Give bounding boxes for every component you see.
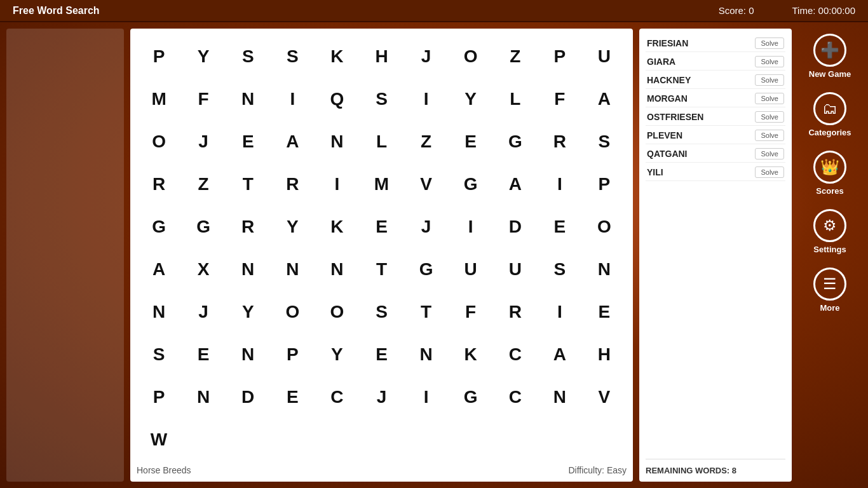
grid-cell[interactable]: E — [359, 334, 403, 376]
grid-cell[interactable]: N — [538, 376, 582, 419]
grid-cell[interactable]: Q — [315, 78, 359, 120]
grid-cell[interactable]: L — [359, 120, 403, 163]
grid-cell[interactable]: J — [181, 120, 226, 163]
new-game-button[interactable]: ➕New Game — [801, 29, 858, 84]
grid-cell[interactable]: O — [582, 205, 627, 248]
solve-button[interactable]: Solve — [755, 111, 784, 123]
grid-cell[interactable]: O — [315, 291, 359, 334]
grid-cell[interactable]: F — [449, 291, 493, 334]
grid-cell[interactable]: N — [181, 376, 226, 419]
grid-cell[interactable]: R — [493, 291, 538, 334]
grid-cell[interactable]: U — [493, 248, 538, 290]
grid-cell[interactable]: I — [270, 78, 315, 120]
grid-cell[interactable]: T — [226, 163, 270, 205]
grid-cell[interactable]: U — [449, 248, 493, 290]
grid-cell[interactable]: N — [226, 78, 270, 120]
grid-cell[interactable]: F — [181, 78, 226, 120]
grid-cell[interactable]: V — [582, 376, 627, 419]
grid-cell[interactable]: J — [404, 35, 449, 78]
solve-button[interactable]: Solve — [755, 74, 784, 86]
grid-cell[interactable]: S — [359, 291, 403, 334]
grid-cell[interactable]: M — [359, 163, 403, 205]
grid-cell[interactable]: C — [493, 376, 538, 419]
grid-cell[interactable]: C — [493, 334, 538, 376]
grid-cell[interactable]: E — [226, 120, 270, 163]
grid-cell[interactable]: G — [181, 205, 226, 248]
grid-cell[interactable]: K — [315, 35, 359, 78]
grid-cell[interactable]: N — [404, 334, 449, 376]
grid-cell[interactable]: J — [181, 291, 226, 334]
grid-cell[interactable]: Z — [404, 120, 449, 163]
grid-cell[interactable]: A — [538, 334, 582, 376]
grid-cell[interactable]: H — [582, 334, 627, 376]
grid-cell[interactable]: E — [359, 205, 403, 248]
grid-cell[interactable]: N — [137, 291, 181, 334]
grid-cell[interactable]: P — [137, 35, 181, 78]
grid-cell[interactable]: G — [493, 120, 538, 163]
grid-cell[interactable]: D — [226, 376, 270, 419]
grid-cell[interactable]: V — [404, 163, 449, 205]
grid-cell[interactable]: N — [582, 248, 627, 290]
solve-button[interactable]: Solve — [755, 130, 784, 141]
grid-cell[interactable]: A — [493, 163, 538, 205]
grid-cell[interactable]: Y — [315, 334, 359, 376]
grid-cell[interactable]: Y — [226, 291, 270, 334]
grid-cell[interactable]: I — [404, 376, 449, 419]
grid-cell[interactable]: N — [226, 248, 270, 290]
grid-cell[interactable]: Y — [449, 78, 493, 120]
grid-cell[interactable]: O — [137, 120, 181, 163]
grid-cell[interactable]: I — [538, 291, 582, 334]
grid-cell[interactable]: H — [359, 35, 403, 78]
grid-cell[interactable]: U — [582, 35, 627, 78]
grid-cell[interactable]: S — [226, 35, 270, 78]
grid-cell[interactable]: A — [137, 248, 181, 290]
categories-button[interactable]: 🗂Categories — [801, 87, 858, 142]
grid-cell[interactable]: I — [404, 78, 449, 120]
grid-cell[interactable]: F — [538, 78, 582, 120]
grid-cell[interactable]: S — [270, 35, 315, 78]
grid-cell[interactable]: D — [493, 205, 538, 248]
grid-cell[interactable]: I — [315, 163, 359, 205]
grid-cell[interactable]: M — [137, 78, 181, 120]
grid-cell[interactable]: G — [404, 248, 449, 290]
grid-cell[interactable]: P — [137, 376, 181, 419]
grid-cell[interactable]: E — [270, 376, 315, 419]
grid-cell[interactable]: K — [315, 205, 359, 248]
grid-cell[interactable]: S — [137, 334, 181, 376]
grid-cell[interactable]: A — [270, 120, 315, 163]
grid-cell[interactable]: N — [315, 120, 359, 163]
solve-button[interactable]: Solve — [755, 93, 784, 104]
grid-cell[interactable]: Z — [181, 163, 226, 205]
scores-button[interactable]: 👑Scores — [801, 146, 858, 201]
grid-cell[interactable]: N — [226, 334, 270, 376]
grid-cell[interactable]: C — [315, 376, 359, 419]
grid-cell[interactable]: R — [270, 163, 315, 205]
grid-cell[interactable]: N — [315, 248, 359, 290]
word-search-grid[interactable]: PYSSKHJOZPUMFNIQSIYLFAOJEANLZEGRSRZTRIMV… — [137, 35, 627, 461]
grid-cell[interactable]: S — [538, 248, 582, 290]
grid-cell[interactable]: Y — [270, 205, 315, 248]
grid-cell[interactable]: L — [493, 78, 538, 120]
solve-button[interactable]: Solve — [755, 166, 784, 178]
grid-cell[interactable]: X — [181, 248, 226, 290]
solve-button[interactable]: Solve — [755, 148, 784, 159]
grid-cell[interactable]: G — [137, 205, 181, 248]
grid-cell[interactable]: O — [270, 291, 315, 334]
grid-cell[interactable]: Y — [181, 35, 226, 78]
grid-cell[interactable]: R — [226, 205, 270, 248]
grid-cell[interactable]: P — [582, 163, 627, 205]
more-button[interactable]: ☰More — [801, 262, 858, 318]
grid-cell[interactable]: J — [404, 205, 449, 248]
solve-button[interactable]: Solve — [755, 37, 784, 49]
grid-cell[interactable]: E — [181, 334, 226, 376]
grid-cell[interactable]: S — [582, 120, 627, 163]
grid-cell[interactable]: O — [449, 35, 493, 78]
grid-cell[interactable]: R — [137, 163, 181, 205]
grid-cell[interactable]: I — [538, 163, 582, 205]
grid-cell[interactable]: J — [359, 376, 403, 419]
solve-button[interactable]: Solve — [755, 56, 784, 67]
grid-cell[interactable]: E — [582, 291, 627, 334]
grid-cell[interactable]: G — [449, 376, 493, 419]
grid-cell[interactable]: E — [538, 205, 582, 248]
grid-cell[interactable]: N — [270, 248, 315, 290]
